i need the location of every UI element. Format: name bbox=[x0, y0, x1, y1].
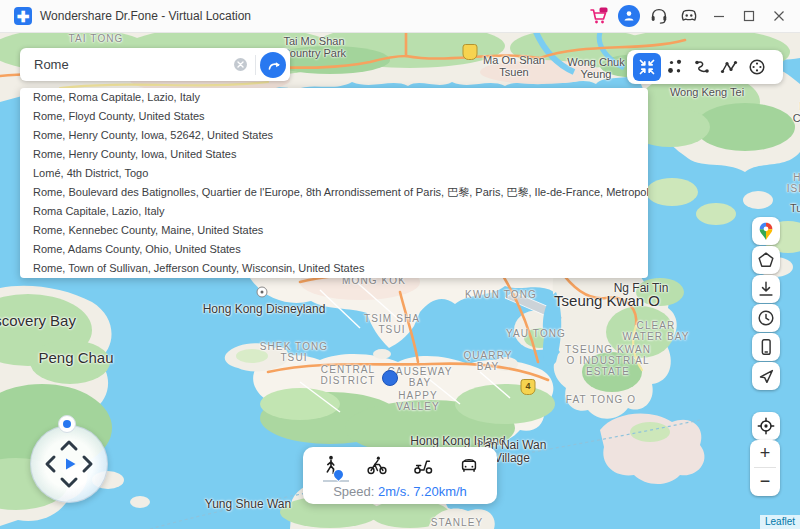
zoom-in-button[interactable]: + bbox=[750, 440, 780, 467]
search-result-item[interactable]: Lomé, 4th District, Togo bbox=[20, 164, 648, 183]
collection-button[interactable] bbox=[752, 246, 780, 274]
search-result-item[interactable]: Rome, Adams County, Ohio, United States bbox=[20, 240, 648, 259]
account-icon[interactable] bbox=[614, 0, 644, 32]
device-button[interactable] bbox=[752, 333, 780, 361]
minimize-icon[interactable] bbox=[704, 0, 734, 32]
search-divider bbox=[255, 55, 256, 75]
search-result-item[interactable]: Rome, Boulevard des Batignolles, Quartie… bbox=[20, 183, 648, 202]
go-button[interactable] bbox=[260, 52, 286, 78]
search-result-item[interactable]: Rome, Roma Capitale, Lazio, Italy bbox=[20, 88, 648, 107]
teleport-mode-button[interactable] bbox=[633, 53, 661, 81]
joystick-play-icon bbox=[66, 459, 76, 470]
two-spot-route-mode-button[interactable] bbox=[690, 55, 714, 79]
speed-readout: Speed: 2m/s. 7.20km/h bbox=[303, 484, 497, 499]
cart-icon[interactable] bbox=[584, 0, 614, 32]
search-result-item[interactable]: Rome, Henry County, Iowa, 52642, United … bbox=[20, 126, 648, 145]
search-result-item[interactable]: Rome, Kennebec County, Maine, United Sta… bbox=[20, 221, 648, 240]
discord-icon[interactable] bbox=[674, 0, 704, 32]
current-location-marker bbox=[382, 370, 398, 386]
search-input[interactable] bbox=[32, 47, 229, 82]
maximize-icon[interactable] bbox=[734, 0, 764, 32]
scooter-speed-icon[interactable] bbox=[412, 454, 434, 476]
joystick-down-icon bbox=[62, 479, 76, 486]
joystick-left-icon bbox=[47, 457, 54, 471]
search-result-item[interactable]: Roma Capitale, Lazio, Italy bbox=[20, 202, 648, 221]
disneyland-poi-icon bbox=[257, 287, 268, 298]
locate-button[interactable] bbox=[752, 412, 780, 440]
joystick-mode-button[interactable] bbox=[745, 55, 769, 79]
close-icon[interactable] bbox=[764, 0, 794, 32]
zoom-out-button[interactable]: − bbox=[750, 468, 780, 495]
joystick-right-icon bbox=[84, 457, 91, 471]
app-logo-icon: ✚ bbox=[14, 7, 32, 25]
joystick-control[interactable] bbox=[30, 425, 108, 503]
road-shield-marker bbox=[463, 44, 478, 60]
multi-spot-route-mode-button[interactable] bbox=[717, 55, 741, 79]
speed-label: Speed: bbox=[333, 484, 374, 499]
road-shield-marker: 4 bbox=[521, 379, 536, 395]
speed-slider-track[interactable] bbox=[323, 480, 349, 482]
titlebar: ✚ Wondershare Dr.Fone - Virtual Location bbox=[0, 0, 800, 33]
clear-search-icon[interactable] bbox=[229, 54, 251, 76]
leaflet-attribution[interactable]: Leaflet bbox=[760, 515, 800, 529]
import-gpx-button[interactable] bbox=[752, 275, 780, 303]
search-box bbox=[20, 48, 290, 81]
multi-spot-mode-button[interactable] bbox=[663, 55, 687, 79]
joystick-up-icon bbox=[62, 442, 76, 449]
zoom-control: + − bbox=[750, 440, 780, 496]
speed-panel: Speed: 2m/s. 7.20km/h bbox=[303, 447, 497, 504]
car-speed-icon[interactable] bbox=[458, 454, 480, 476]
search-results-dropdown: Rome, Roma Capitale, Lazio, ItalyRome, F… bbox=[20, 88, 648, 278]
search-result-item[interactable]: Rome, Town of Sullivan, Jefferson County… bbox=[20, 259, 648, 278]
app-window: TAI TONGTai Mo Shan Country ParkMa On Sh… bbox=[0, 0, 800, 529]
search-result-item[interactable]: Rome, Henry County, Iowa, United States bbox=[20, 145, 648, 164]
window-title: Wondershare Dr.Fone - Virtual Location bbox=[40, 9, 251, 23]
bicycle-speed-icon[interactable] bbox=[366, 454, 388, 476]
mode-toolbar bbox=[627, 50, 783, 84]
speed-value: 2m/s. 7.20km/h bbox=[378, 484, 467, 499]
google-maps-button[interactable] bbox=[752, 217, 780, 245]
search-result-item[interactable]: Rome, Floyd County, United States bbox=[20, 107, 648, 126]
joystick-handle[interactable] bbox=[58, 415, 76, 433]
headset-icon[interactable] bbox=[644, 0, 674, 32]
history-button[interactable] bbox=[752, 304, 780, 332]
gpx-navigation-button[interactable] bbox=[752, 362, 780, 390]
